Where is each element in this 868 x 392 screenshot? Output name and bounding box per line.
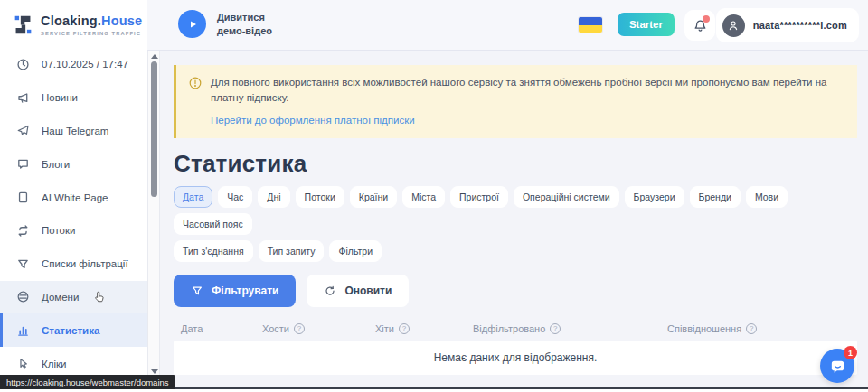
column-label: Хіти xyxy=(375,323,394,334)
notifications-button[interactable] xyxy=(684,10,715,41)
tab-languages[interactable]: Мови xyxy=(746,186,788,208)
warning-icon xyxy=(189,77,202,127)
sidebar: Cloaking.House SERVICE FILTERING TRAFFIC… xyxy=(0,0,147,392)
plan-badge-button[interactable]: Starter xyxy=(618,13,675,36)
tab-days[interactable]: Дні xyxy=(258,186,289,208)
sidebar-item-label: Наш Telegram xyxy=(42,126,108,136)
sidebar-item-ai-white-page[interactable]: AI White Page xyxy=(0,181,147,214)
stats-tabs-row2: Тип з'єднання Тип запиту Фільтри xyxy=(174,240,857,262)
page-title: Статистика xyxy=(174,150,857,178)
sidebar-item-statistics[interactable]: Статистика xyxy=(0,313,147,347)
header: Дивитися демо-відео Starter naata*******… xyxy=(147,0,868,51)
filter-button[interactable]: Фільтрувати xyxy=(174,275,296,307)
help-icon[interactable]: ? xyxy=(399,323,410,334)
cursor-icon xyxy=(16,357,30,370)
globe-icon xyxy=(16,290,30,303)
logo-name: Cloaking. xyxy=(41,14,101,28)
logo-tagline: SERVICE FILTERING TRAFFIC xyxy=(41,31,142,36)
column-label: Хости xyxy=(262,323,289,334)
sidebar-item-filter-lists[interactable]: Списки фільтрації xyxy=(0,247,147,281)
column-header-ratio: Співвідношення ? xyxy=(667,323,850,334)
user-account-button[interactable]: naata**********l.com xyxy=(716,8,859,42)
sidebar-item-date[interactable]: 07.10.2025 / 17:47 xyxy=(0,48,147,81)
tab-connection-type[interactable]: Тип з'єднання xyxy=(174,240,253,262)
scrollbar-down-arrow-icon[interactable] xyxy=(151,369,158,374)
scrollbar-thumb[interactable] xyxy=(151,61,157,197)
funnel-icon xyxy=(191,285,203,297)
sidebar-item-domains[interactable]: Домени xyxy=(0,281,147,314)
column-label: Відфільтровано xyxy=(473,323,545,334)
sidebar-item-label: 07.10.2025 / 17:47 xyxy=(42,59,128,70)
user-email: naata**********l.com xyxy=(753,20,847,31)
help-icon[interactable]: ? xyxy=(550,323,561,334)
page-icon xyxy=(16,191,30,204)
column-label: Співвідношення xyxy=(667,323,741,334)
logo-text: Cloaking.House SERVICE FILTERING TRAFFIC xyxy=(41,13,142,36)
banner-text: Для повного використання всіх можливосте… xyxy=(211,75,843,107)
scrollbar-up-arrow-icon[interactable] xyxy=(151,54,158,59)
subscription-link[interactable]: Перейти до оформлення платної підписки xyxy=(211,115,415,126)
mouse-hand-cursor xyxy=(92,290,108,305)
tab-date[interactable]: Дата xyxy=(174,186,212,208)
column-header-date: Дата xyxy=(181,323,262,334)
user-avatar-icon xyxy=(722,14,745,37)
chat-unread-badge: 1 xyxy=(844,346,857,359)
logo-accent: House xyxy=(101,14,142,28)
watch-demo-line2: демо-відео xyxy=(217,24,272,38)
help-icon[interactable]: ? xyxy=(746,323,757,334)
refresh-button[interactable]: Оновити xyxy=(307,275,409,307)
bar-chart-icon xyxy=(16,323,30,337)
tab-timezone[interactable]: Часовий пояс xyxy=(174,213,252,235)
link-status-bar: https://cloaking.house/webmaster/domains xyxy=(0,375,175,389)
funnel-icon xyxy=(16,257,30,271)
main-content: Для повного використання всіх можливосте… xyxy=(160,51,868,387)
column-header-hosts: Хости ? xyxy=(262,323,375,334)
clock-icon xyxy=(16,58,30,71)
megaphone-icon xyxy=(16,91,30,105)
chat-bubble-icon xyxy=(16,157,30,171)
tab-time[interactable]: Час xyxy=(218,186,252,208)
flag-blue-stripe xyxy=(579,17,602,25)
tab-streams[interactable]: Потоки xyxy=(296,186,344,208)
logo-icon xyxy=(13,14,33,36)
chat-widget-icon xyxy=(829,358,846,375)
sidebar-item-blogs[interactable]: Блоги xyxy=(0,147,147,181)
tab-brands[interactable]: Бренди xyxy=(690,186,741,208)
sidebar-item-label: Блоги xyxy=(42,159,70,170)
filter-button-label: Фільтрувати xyxy=(212,285,278,297)
logo[interactable]: Cloaking.House SERVICE FILTERING TRAFFIC xyxy=(0,0,147,47)
watch-demo-button[interactable]: Дивитися демо-відео xyxy=(178,10,272,38)
sidebar-item-telegram[interactable]: Наш Telegram xyxy=(0,115,147,148)
tab-browsers[interactable]: Браузери xyxy=(625,186,684,208)
watch-demo-label: Дивитися демо-відео xyxy=(217,11,272,38)
watch-demo-line1: Дивитися xyxy=(217,11,272,24)
sidebar-item-label: Списки фільтрації xyxy=(42,258,128,269)
sidebar-item-streams[interactable]: Потоки xyxy=(0,214,147,247)
table-empty-state: Немає даних для відображення. xyxy=(174,341,857,375)
window-bottom-border xyxy=(140,387,868,389)
chat-widget-button[interactable]: 1 xyxy=(820,349,854,383)
actions-row: Фільтрувати Оновити xyxy=(174,275,857,307)
telegram-icon xyxy=(16,124,30,137)
sidebar-item-label: Потоки xyxy=(42,225,75,236)
flag-yellow-stripe xyxy=(579,25,602,33)
column-header-hits: Хіти ? xyxy=(375,323,473,334)
sidebar-item-label: Статистика xyxy=(42,325,99,336)
sidebar-menu: 07.10.2025 / 17:47 Новини Наш Telegram xyxy=(0,48,147,380)
play-icon xyxy=(178,10,206,38)
sidebar-item-news[interactable]: Новини xyxy=(0,81,147,115)
refresh-button-label: Оновити xyxy=(344,285,392,297)
tab-countries[interactable]: Країни xyxy=(350,186,397,208)
sidebar-scrollbar[interactable] xyxy=(147,51,160,378)
tab-request-type[interactable]: Тип запиту xyxy=(259,240,325,262)
language-flag-ukraine[interactable] xyxy=(579,17,602,33)
sidebar-item-label: Кліки xyxy=(42,359,66,369)
tab-operating-systems[interactable]: Операційні системи xyxy=(514,186,619,208)
tab-devices[interactable]: Пристрої xyxy=(450,186,508,208)
stats-tabs-row1: Дата Час Дні Потоки Країни Міста Пристро… xyxy=(174,186,857,235)
tab-cities[interactable]: Міста xyxy=(402,186,445,208)
tab-filters[interactable]: Фільтри xyxy=(329,240,382,262)
help-icon[interactable]: ? xyxy=(294,323,305,334)
refresh-icon xyxy=(324,285,336,297)
notification-dot xyxy=(703,15,710,23)
